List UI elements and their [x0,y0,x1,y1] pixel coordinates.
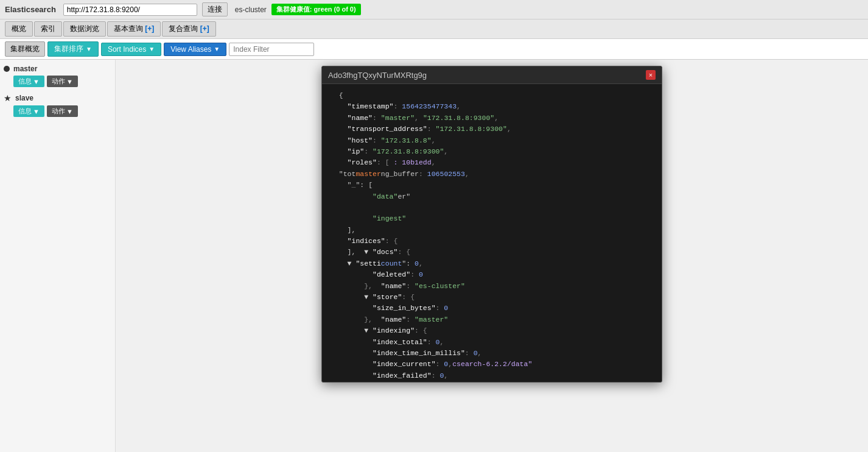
sort-indices-button[interactable]: Sort Indices ▼ [101,43,161,56]
node-slave: ★ slave 信息 ▼ 动作 ▼ [4,93,111,117]
node-master-name: master [13,65,37,73]
sort-indices-label: Sort Indices [108,45,146,54]
node-slave-action-button[interactable]: 动作 ▼ [47,105,78,117]
cluster-order-arrow: ▼ [86,46,92,52]
node-slave-info-arrow: ▼ [33,108,40,115]
app-title: Elasticsearch [5,5,56,14]
node-master-action-arrow: ▼ [66,78,73,85]
node-slave-action-arrow: ▼ [66,108,73,115]
topbar: Elasticsearch 连接 es-cluster 集群健康值: green… [0,0,868,19]
url-input[interactable] [63,4,197,16]
cluster-name: es-cluster [235,5,267,14]
modal-dialog: Ado3fhgTQxyNTurMXRtg9g × { "timestamp": … [321,66,662,383]
node-slave-action-label: 动作 [52,107,65,116]
nav-data-browse[interactable]: 数据浏览 [63,21,106,37]
main-content: master 信息 ▼ 动作 ▼ ★ slave 信息 [0,60,868,452]
node-master-info-label: 信息 [18,77,32,86]
node-master-action-label: 动作 [52,77,65,86]
connect-button[interactable]: 连接 [202,2,228,16]
modal-title: Ado3fhgTQxyNTurMXRtg9g [328,71,427,80]
cluster-overview-button[interactable]: 集群概览 [5,41,45,57]
view-aliases-button[interactable]: View Aliases ▼ [164,43,226,56]
node-master-info-arrow: ▼ [33,78,40,85]
modal-body[interactable]: { "timestamp": 1564235477343, "name": "m… [322,84,662,382]
toolbar: 集群概览 集群排序 ▼ Sort Indices ▼ View Aliases … [0,39,868,60]
cluster-order-button[interactable]: 集群排序 ▼ [47,41,99,57]
modal-header: Ado3fhgTQxyNTurMXRtg9g × [322,66,662,84]
nav-overview[interactable]: 概览 [5,21,33,37]
node-slave-star: ★ [4,93,12,103]
node-slave-info-button[interactable]: 信息 ▼ [13,105,44,117]
view-aliases-label: View Aliases [170,45,211,54]
basic-query-plus: [+] [145,24,154,33]
modal-overlay: Ado3fhgTQxyNTurMXRtg9g × { "timestamp": … [116,60,868,452]
nav-index[interactable]: 索引 [34,21,62,37]
node-slave-info-label: 信息 [18,107,32,116]
complex-query-plus: [+] [200,24,209,33]
node-master: master 信息 ▼ 动作 ▼ [4,65,111,87]
nav-basic-query[interactable]: 基本查询 [+] [107,21,161,37]
modal-close-button[interactable]: × [646,70,656,80]
health-badge: 集群健康值: green (0 of 0) [271,4,361,15]
nav-complex-query[interactable]: 复合查询 [+] [162,21,215,37]
node-master-action-button[interactable]: 动作 ▼ [47,76,78,87]
node-master-dot [4,66,10,72]
navbar: 概览 索引 数据浏览 基本查询 [+] 复合查询 [+] [0,19,868,39]
node-slave-name: slave [15,94,33,102]
cluster-order-label: 集群排序 [54,44,83,54]
index-filter-input[interactable] [229,43,314,56]
left-panel: master 信息 ▼ 动作 ▼ ★ slave 信息 [0,60,116,452]
right-area: Ado3fhgTQxyNTurMXRtg9g × { "timestamp": … [116,60,868,452]
sort-indices-arrow: ▼ [149,46,155,52]
view-aliases-arrow: ▼ [214,46,220,52]
node-master-info-button[interactable]: 信息 ▼ [13,76,44,87]
